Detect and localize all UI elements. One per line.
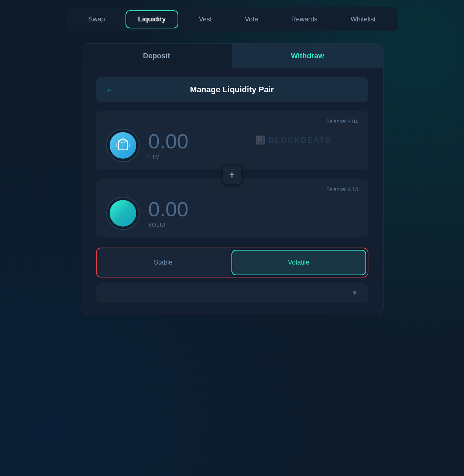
volatile-button[interactable]: Volatile [231,250,366,275]
token1-icon-wrapper [106,129,140,162]
token1-amount-col: 0.00 FTM [148,131,189,160]
token2-symbol: SOLID [148,222,189,228]
nav-vote[interactable]: Vote [232,10,271,28]
token2-balance: Balance: 4.13 [106,186,358,192]
tab-withdraw[interactable]: Withdraw [232,44,383,68]
token1-panel: Balance: 2.84 [96,111,368,169]
tab-bar: Deposit Withdraw [81,44,383,68]
solid-icon [110,200,136,227]
nav-whitelist[interactable]: Whitelist [338,10,388,28]
plus-icon: + [229,170,235,180]
token2-icon-wrapper [106,197,140,230]
nav-rewards[interactable]: Rewards [279,10,330,28]
token1-symbol: FTM [148,154,189,160]
token1-balance: Balance: 2.84 [106,118,358,124]
plus-btn-wrapper: + [96,165,368,185]
dropdown-arrow-icon[interactable]: ▼ [351,289,358,297]
nav-liquidity[interactable]: Liquidity [126,10,178,28]
token2-amount: 0.00 [148,199,189,220]
ftm-svg [115,137,131,154]
dropdown-area[interactable]: ▼ [96,283,368,303]
nav-swap[interactable]: Swap [76,10,117,28]
token2-panel: Balance: 4.13 0.00 SOLID [96,179,368,237]
stable-button[interactable]: Stable [97,248,230,277]
nav-vest[interactable]: Vest [186,10,224,28]
token2-amount-col: 0.00 SOLID [148,199,189,228]
token2-row: 0.00 SOLID [106,197,358,230]
manage-title: Manage Liquidity Pair [123,85,342,94]
manage-header: ← Manage Liquidity Pair [96,77,368,102]
main-card: Deposit Withdraw ← Manage Liquidity Pair… [81,43,384,315]
token1-amount: 0.00 [148,131,189,152]
card-body: ← Manage Liquidity Pair Balance: 2.84 [81,68,383,315]
token1-row: 0.00 FTM [106,129,358,162]
tab-deposit[interactable]: Deposit [81,44,232,68]
app-container: Swap Liquidity Vest Vote Rewards Whiteli… [7,7,457,315]
pair-type-toggle: Stable Volatile [96,248,368,277]
plus-button[interactable]: + [222,165,242,185]
top-nav: Swap Liquidity Vest Vote Rewards Whiteli… [66,7,398,31]
back-button[interactable]: ← [106,84,115,95]
ftm-icon [110,132,136,159]
